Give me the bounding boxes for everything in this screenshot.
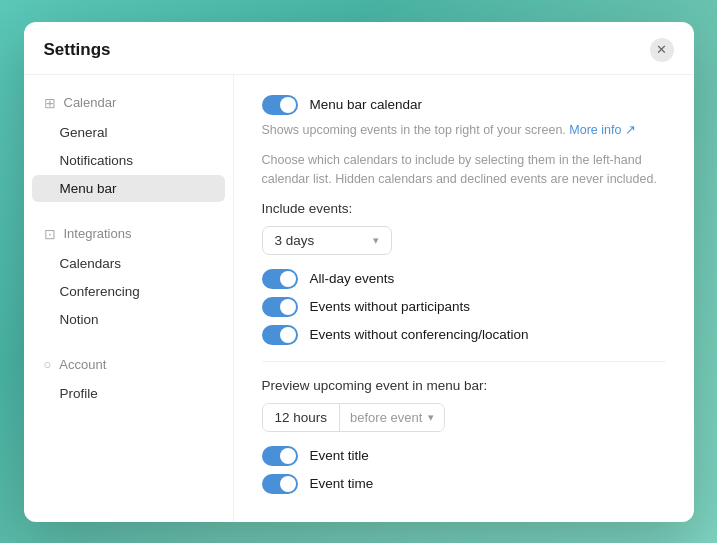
include-events-label: Include events: bbox=[262, 201, 666, 216]
sidebar-section-header-account: ○ Account bbox=[24, 353, 233, 376]
description-choose: Choose which calendars to include by sel… bbox=[262, 151, 666, 189]
sidebar-item-conferencing[interactable]: Conferencing bbox=[32, 278, 225, 305]
more-info-link[interactable]: More info ↗ bbox=[569, 123, 636, 137]
no-conferencing-toggle[interactable] bbox=[262, 325, 298, 345]
sidebar-item-notifications[interactable]: Notifications bbox=[32, 147, 225, 174]
sidebar-item-menu-bar[interactable]: Menu bar bbox=[32, 175, 225, 202]
all-day-events-label: All-day events bbox=[310, 271, 395, 286]
preview-time-value: 12 hours bbox=[263, 404, 341, 431]
sidebar-section-integrations: ⊡ Integrations Calendars Conferencing No… bbox=[24, 222, 233, 333]
no-participants-toggle[interactable] bbox=[262, 297, 298, 317]
sidebar: ⊞ Calendar General Notifications Menu ba… bbox=[24, 75, 234, 522]
event-title-label: Event title bbox=[310, 448, 369, 463]
all-day-events-row: All-day events bbox=[262, 269, 666, 289]
dialog-body: ⊞ Calendar General Notifications Menu ba… bbox=[24, 75, 694, 522]
sidebar-section-account: ○ Account Profile bbox=[24, 353, 233, 407]
days-value: 3 days bbox=[275, 233, 315, 248]
sidebar-item-notion[interactable]: Notion bbox=[32, 306, 225, 333]
sidebar-item-profile[interactable]: Profile bbox=[32, 380, 225, 407]
preview-label: Preview upcoming event in menu bar: bbox=[262, 378, 666, 393]
settings-dialog: Settings ✕ ⊞ Calendar General Notificati… bbox=[24, 22, 694, 522]
no-participants-row: Events without participants bbox=[262, 297, 666, 317]
event-time-label: Event time bbox=[310, 476, 374, 491]
menu-bar-calendar-label: Menu bar calendar bbox=[310, 97, 423, 112]
event-title-toggle[interactable] bbox=[262, 446, 298, 466]
account-icon: ○ bbox=[44, 357, 52, 372]
sidebar-section-label-account: Account bbox=[59, 357, 106, 372]
event-time-row: Event time bbox=[262, 474, 666, 494]
sidebar-item-general[interactable]: General bbox=[32, 119, 225, 146]
no-conferencing-label: Events without conferencing/location bbox=[310, 327, 529, 342]
close-button[interactable]: ✕ bbox=[650, 38, 674, 62]
all-day-events-toggle[interactable] bbox=[262, 269, 298, 289]
sidebar-section-label-calendar: Calendar bbox=[64, 95, 117, 110]
description-shows: Shows upcoming events in the top right o… bbox=[262, 121, 666, 140]
main-content: Menu bar calendar Shows upcoming events … bbox=[234, 75, 694, 522]
integrations-icon: ⊡ bbox=[44, 226, 56, 242]
event-title-row: Event title bbox=[262, 446, 666, 466]
dialog-header: Settings ✕ bbox=[24, 22, 694, 75]
sidebar-section-header-calendar: ⊞ Calendar bbox=[24, 91, 233, 115]
sidebar-item-calendars[interactable]: Calendars bbox=[32, 250, 225, 277]
no-participants-label: Events without participants bbox=[310, 299, 471, 314]
chevron-down-icon: ▾ bbox=[373, 234, 379, 247]
dialog-title: Settings bbox=[44, 40, 111, 60]
days-dropdown[interactable]: 3 days ▾ bbox=[262, 226, 392, 255]
sidebar-section-label-integrations: Integrations bbox=[64, 226, 132, 241]
sidebar-section-header-integrations: ⊡ Integrations bbox=[24, 222, 233, 246]
calendar-icon: ⊞ bbox=[44, 95, 56, 111]
event-time-toggle[interactable] bbox=[262, 474, 298, 494]
no-conferencing-row: Events without conferencing/location bbox=[262, 325, 666, 345]
preview-time-dropdown[interactable]: 12 hours before event ▾ bbox=[262, 403, 446, 432]
section-divider bbox=[262, 361, 666, 362]
menu-bar-calendar-toggle[interactable] bbox=[262, 95, 298, 115]
sidebar-section-calendar: ⊞ Calendar General Notifications Menu ba… bbox=[24, 91, 233, 202]
menu-bar-calendar-row: Menu bar calendar bbox=[262, 95, 666, 115]
preview-suffix: before event ▾ bbox=[340, 404, 444, 431]
chevron-down-icon: ▾ bbox=[428, 411, 434, 424]
